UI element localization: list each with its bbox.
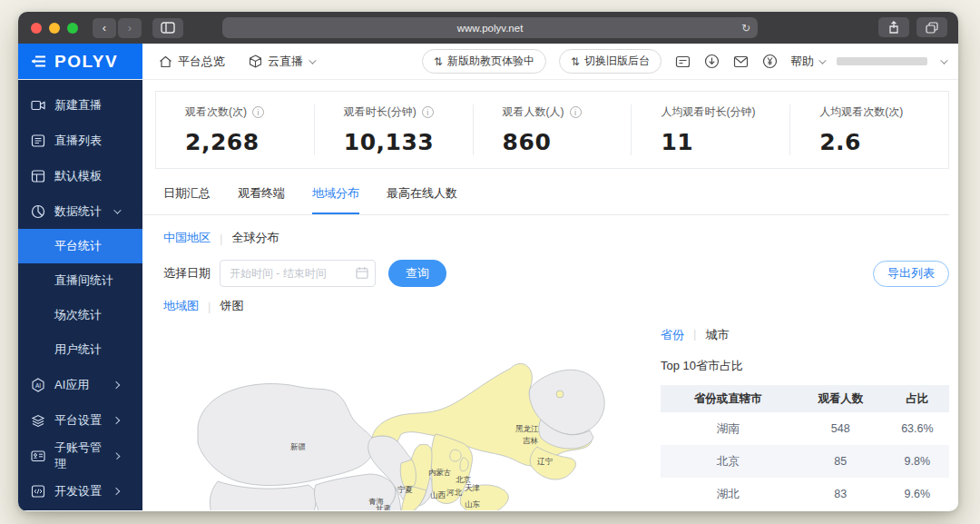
desktop-background: ‹ › www.polyv.net ↻: [0, 0, 980, 524]
polyv-logo: POLYV: [54, 52, 118, 72]
share-button[interactable]: [878, 17, 909, 37]
mail-icon: [733, 55, 749, 68]
tab-view-terminal[interactable]: 观看终端: [238, 185, 285, 214]
toggle-city[interactable]: 城市: [705, 327, 729, 343]
main-content: 观看次数(次)i 2,268 观看时长(分钟)i 10,133 观看人数(人)i…: [142, 80, 958, 510]
home-icon: [159, 55, 172, 68]
download-button[interactable]: [703, 54, 720, 70]
info-icon[interactable]: i: [252, 106, 264, 118]
address-bar[interactable]: www.polyv.net ↻: [222, 17, 758, 38]
china-map[interactable]: 新疆 黑龙江 吉林 辽宁 内蒙古 北京 天津 宁夏 山西 河北 山东 青海: [163, 318, 657, 510]
province-tianjin: [460, 458, 468, 471]
app-body: 新建直播 直播列表 默认模板: [18, 80, 958, 510]
map-label: 吉林: [523, 436, 539, 445]
sidebar-item-session-statistics[interactable]: 场次统计: [18, 298, 142, 332]
map-label: 辽宁: [537, 457, 554, 466]
sidebar-item-developer-settings[interactable]: 开发设置: [18, 473, 142, 509]
back-button[interactable]: ‹: [93, 18, 116, 38]
date-range-picker: [220, 260, 376, 287]
minimize-window-button[interactable]: [49, 23, 60, 34]
id-card-icon: [31, 449, 45, 463]
browser-window: ‹ › www.polyv.net ↻: [18, 12, 958, 511]
help-menu[interactable]: 帮助: [790, 54, 824, 70]
chevron-down-icon: [818, 56, 826, 64]
calendar-icon: [356, 266, 368, 280]
toggle-global-distribution[interactable]: 全球分布: [231, 230, 279, 246]
nav-platform-overview[interactable]: 平台总览: [159, 54, 225, 70]
browser-chrome: ‹ › www.polyv.net ↻: [18, 12, 958, 44]
reload-icon[interactable]: ↻: [741, 22, 750, 35]
map-label: 山西: [430, 490, 446, 499]
date-filter-label: 选择日期: [163, 265, 211, 282]
form-icon: [675, 54, 691, 69]
zoom-window-button[interactable]: [67, 23, 78, 34]
sidebar-item-new-live[interactable]: 新建直播: [18, 87, 142, 123]
forward-button[interactable]: ›: [118, 18, 142, 38]
menu-collapse-icon[interactable]: [31, 54, 46, 68]
toggle-china-region[interactable]: 中国地区: [163, 230, 211, 246]
top10-table: 省份或直辖市 观看人数 占比 湖南 548 63.6%: [661, 385, 949, 510]
swap-icon: ⇅: [571, 55, 580, 68]
map-label: 天津: [465, 483, 480, 492]
sidebar-toggle-button[interactable]: [152, 18, 183, 38]
toggle-region-map[interactable]: 地域图: [163, 298, 199, 314]
svg-text:AI: AI: [35, 381, 41, 388]
header-main: 平台总览 云直播 ⇅ 新版助教页体验中 ⇅ 切换旧版后: [142, 44, 958, 79]
tab-max-online[interactable]: 最高在线人数: [387, 185, 457, 214]
stat-value: 10,133: [344, 129, 473, 155]
tab-date-summary[interactable]: 日期汇总: [163, 185, 211, 214]
sidebar-item-subaccount-management[interactable]: 子账号管理: [18, 438, 142, 473]
info-icon[interactable]: i: [570, 106, 582, 118]
stat-value: 860: [503, 129, 632, 155]
tabs-overview-button[interactable]: [916, 17, 947, 37]
cube-icon: [249, 54, 262, 68]
top10-title: Top 10省市占比: [661, 358, 949, 374]
stat-view-duration: 观看时长(分钟)i 10,133: [314, 104, 473, 155]
region-scope-toggle: 中国地区 | 全球分布: [142, 230, 958, 246]
sidebar-item-default-template[interactable]: 默认模板: [18, 158, 142, 193]
tabs-icon: [926, 22, 938, 34]
map-label: 甘肃: [376, 504, 392, 510]
browser-nav-buttons: ‹ ›: [93, 18, 142, 38]
stat-viewer-count: 观看人数(人)i 860: [473, 104, 632, 155]
stat-avg-duration: 人均观看时长(分钟) 11: [631, 104, 789, 155]
date-range-input[interactable]: [220, 260, 376, 287]
sidebar-item-channel-statistics[interactable]: 直播间统计: [18, 263, 142, 298]
close-window-button[interactable]: [31, 23, 42, 34]
billing-button[interactable]: [761, 54, 778, 70]
new-assistant-page-button[interactable]: ⇅ 新版助教页体验中: [422, 49, 546, 74]
switch-old-console-button[interactable]: ⇅ 切换旧版后台: [559, 49, 662, 74]
account-name-redacted[interactable]: [837, 57, 927, 65]
sidebar-item-live-list[interactable]: 直播列表: [18, 123, 142, 158]
col-province: 省份或直辖市: [661, 385, 796, 412]
sidebar-item-platform-settings[interactable]: 平台设置: [18, 402, 142, 438]
col-viewers: 观看人数: [796, 385, 886, 412]
url-text: www.polyv.net: [457, 23, 524, 34]
query-button[interactable]: 查询: [388, 260, 446, 287]
export-list-button[interactable]: 导出列表: [873, 261, 949, 287]
chevron-down-icon: [940, 56, 947, 64]
sidebar-item-ai-apps[interactable]: AI AI应用: [18, 367, 142, 402]
tab-region-distribution[interactable]: 地域分布: [312, 185, 359, 214]
traffic-lights: [31, 23, 78, 34]
sidebar-item-platform-statistics[interactable]: 平台统计: [18, 229, 142, 263]
nav-cloud-live[interactable]: 云直播: [249, 54, 314, 70]
map-label: 宁夏: [397, 485, 413, 494]
sidebar-item-data-statistics[interactable]: 数据统计: [18, 193, 142, 229]
top10-panel: 省份 | 城市 Top 10省市占比 省份或直辖市 观看人数 占比: [657, 318, 949, 510]
province-city-toggle: 省份 | 城市: [661, 327, 949, 343]
china-map-svg: 新疆 黑龙江 吉林 辽宁 内蒙古 北京 天津 宁夏 山西 河北 山东 青海: [163, 347, 635, 510]
statistics-tabs: 日期汇总 观看终端 地域分布 最高在线人数: [142, 169, 949, 215]
chevron-right-icon: [113, 416, 120, 423]
pie-chart-icon: [31, 204, 45, 219]
header-right: ⇅ 新版助教页体验中 ⇅ 切换旧版后台: [422, 49, 946, 74]
map-label: 内蒙古: [428, 468, 452, 477]
toggle-pie-chart[interactable]: 饼图: [220, 298, 243, 314]
messages-button[interactable]: [732, 54, 749, 70]
toggle-province[interactable]: 省份: [661, 327, 684, 343]
sidebar-item-user-statistics[interactable]: 用户统计: [18, 332, 142, 367]
form-button[interactable]: [674, 54, 691, 70]
col-percentage: 占比: [886, 385, 949, 412]
info-icon[interactable]: i: [422, 106, 434, 118]
table-header-row: 省份或直辖市 观看人数 占比: [661, 385, 949, 412]
